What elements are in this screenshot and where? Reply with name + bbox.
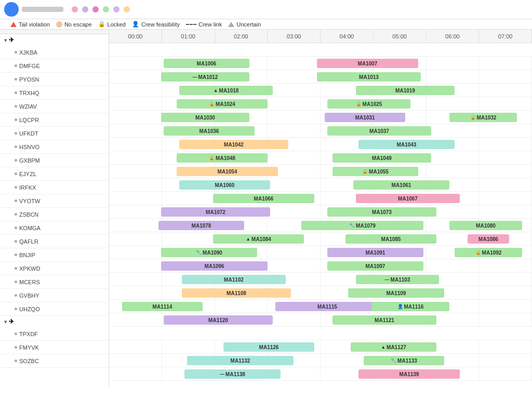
task-bar[interactable]: MA1067: [356, 194, 460, 203]
task-bar[interactable]: MA1078: [158, 221, 244, 230]
aircraft-row-xpkwd: XPKWD: [0, 262, 109, 275]
logo-circle: [4, 2, 19, 17]
task-bar[interactable]: 🔧MA1090: [161, 248, 257, 257]
gantt-area[interactable]: 00:0001:0002:0003:0004:0005:0006:0007:00…: [109, 30, 532, 387]
task-bar[interactable]: MA1043: [358, 140, 455, 149]
task-bar[interactable]: MA1080: [449, 221, 522, 230]
task-label: MA1030: [195, 115, 215, 121]
time-label: 06:00: [427, 30, 480, 43]
task-bar[interactable]: MA1061: [353, 180, 449, 190]
task-bar[interactable]: 🔧MA1079: [301, 221, 423, 230]
aircraft-row-dmfge: DMFGE: [0, 59, 109, 73]
task-bar[interactable]: MA1042: [179, 140, 288, 149]
uncertain-label: Uncertain: [236, 21, 261, 28]
task-bar[interactable]: MA1102: [182, 275, 286, 284]
task-label: MA1138: [225, 371, 245, 377]
task-icon: 🔒: [475, 250, 481, 255]
task-icon: 🔒: [470, 115, 476, 120]
task-bar[interactable]: MA1006: [164, 59, 249, 68]
task-bar[interactable]: 🔒MA1024: [177, 99, 268, 109]
dot: [15, 145, 17, 148]
task-bar[interactable]: MA1072: [161, 207, 270, 217]
task-bar[interactable]: MA1037: [327, 126, 431, 136]
gantt-row: MA1036MA1037: [109, 124, 532, 138]
task-bar[interactable]: MA1085: [345, 234, 436, 244]
task-bar[interactable]: MA1066: [213, 194, 314, 203]
task-bar[interactable]: ▲MA1084: [213, 234, 304, 244]
crew-feasibility-label: Crew feasibility: [141, 21, 180, 28]
task-bar[interactable]: —MA1012: [161, 72, 249, 82]
dot: [15, 227, 17, 229]
task-bar[interactable]: MA1120: [164, 315, 273, 325]
task-bar[interactable]: ▲MA1018: [179, 86, 273, 95]
dot: [15, 213, 17, 216]
task-label: MA1024: [216, 101, 235, 107]
task-bar[interactable]: MA1121: [332, 315, 436, 325]
task-label: MA1108: [227, 290, 246, 296]
task-bar[interactable]: MA1126: [223, 342, 314, 352]
tail-violation-icon: [10, 22, 17, 27]
dot: [15, 294, 17, 297]
task-bar[interactable]: MA1054: [177, 167, 278, 176]
task-label: MA1079: [356, 223, 376, 229]
task-label: MA1013: [359, 74, 379, 80]
task-icon: 🔧: [349, 223, 355, 228]
time-label: 00:00: [109, 30, 162, 43]
time-label: 02:00: [215, 30, 268, 43]
task-bar[interactable]: MA1115: [275, 302, 379, 311]
task-bar[interactable]: 👤MA1116: [371, 302, 449, 311]
dot: [15, 240, 17, 243]
dot: [15, 51, 17, 54]
task-bar[interactable]: MA1030: [161, 113, 249, 122]
mutable-dot: [82, 6, 88, 12]
task-bar[interactable]: 🔒MA1032: [449, 113, 517, 122]
task-bar[interactable]: —MA1103: [356, 275, 439, 284]
task-bar[interactable]: MA1132: [187, 356, 294, 365]
task-label: MA1132: [231, 358, 250, 364]
task-bar[interactable]: ▲MA1127: [351, 342, 436, 352]
task-bar[interactable]: —MA1138: [184, 369, 281, 379]
task-bar[interactable]: MA1060: [179, 180, 270, 190]
task-bar[interactable]: MA1031: [325, 113, 405, 122]
aircraft-row-vyotw: VYOTW: [0, 194, 109, 208]
task-bar[interactable]: MA1086: [468, 234, 509, 244]
task-bar[interactable]: MA1036: [164, 126, 255, 136]
task-label: MA1114: [153, 304, 172, 310]
gantt-row: MA1126▲MA1127: [109, 340, 532, 354]
dot: [15, 332, 17, 335]
task-bar[interactable]: MA1109: [348, 288, 444, 298]
task-bar[interactable]: MA1114: [122, 302, 203, 311]
gantt-row: 🔧MA1090MA1091🔒MA1092: [109, 246, 532, 259]
task-bar[interactable]: MA1091: [327, 248, 423, 257]
aircraft-row-fmyvk: FMYVK: [0, 341, 109, 354]
plane-icon2: ✈: [9, 318, 14, 325]
task-label: MA1067: [398, 196, 418, 202]
task-bar[interactable]: MA1073: [327, 207, 436, 217]
task-bar[interactable]: MA1007: [317, 59, 418, 68]
task-label: MA1103: [391, 277, 410, 283]
task-bar[interactable]: MA1049: [332, 153, 431, 163]
dot: [15, 308, 17, 310]
changed-dot: [92, 6, 99, 12]
task-bar[interactable]: 🔧MA1133: [364, 356, 444, 365]
task-bar[interactable]: 🔒MA1048: [177, 153, 268, 163]
legend-delayed: [124, 6, 132, 12]
dot: [15, 186, 17, 189]
group-longhaul[interactable]: ▾ ✈: [0, 34, 109, 46]
group-arrow: ▾: [4, 37, 7, 43]
task-bar[interactable]: 🔒MA1092: [455, 248, 522, 257]
task-bar[interactable]: MA1019: [356, 86, 455, 95]
task-bar[interactable]: MA1108: [182, 288, 291, 298]
task-bar[interactable]: MA1013: [317, 72, 421, 82]
gantt-row: —MA1138MA1139: [109, 367, 532, 381]
group-mediumhaul[interactable]: ▾ ✈: [0, 316, 109, 327]
task-bar[interactable]: MA1139: [358, 369, 460, 379]
task-bar[interactable]: 🔒MA1025: [327, 99, 410, 109]
dot: [15, 360, 17, 362]
gantt-row: MA1108MA1109: [109, 286, 532, 300]
task-bar[interactable]: MA1097: [327, 261, 423, 271]
task-bar[interactable]: 🔒MA1055: [332, 167, 418, 176]
task-bar[interactable]: MA1096: [161, 261, 268, 271]
task-label: MA1133: [397, 358, 417, 364]
task-icon: —: [193, 74, 197, 79]
